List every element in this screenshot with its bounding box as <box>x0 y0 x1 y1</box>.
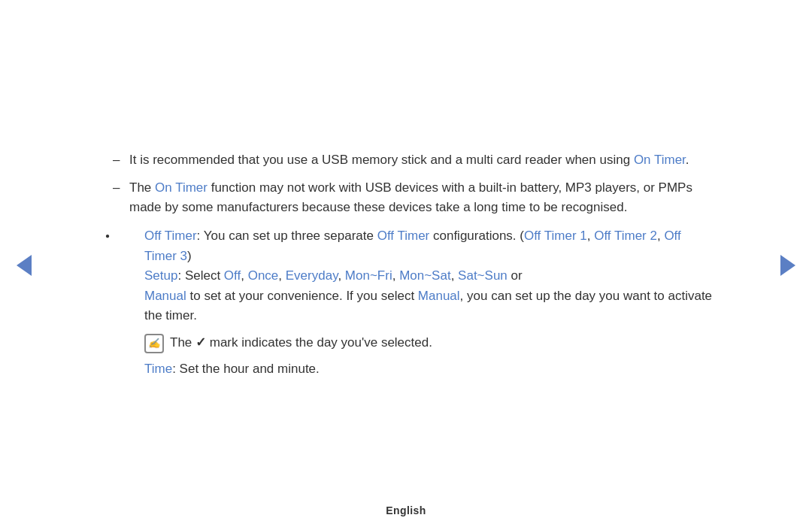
sep4: , <box>392 268 399 283</box>
dash-item-1-text: It is recommended that you use a USB mem… <box>129 153 689 167</box>
off-timer-2-link: Off Timer 2 <box>594 229 657 243</box>
comma2: , <box>657 229 664 243</box>
close-paren: ) <box>187 249 192 263</box>
once-option: Once <box>248 268 279 283</box>
next-page-button[interactable] <box>777 255 798 276</box>
note-text: The ✓ mark indicates the day you've sele… <box>170 333 714 353</box>
bullet-content: Off Timer: You can set up three separate… <box>144 226 714 379</box>
manual-link-2: Manual <box>418 289 460 303</box>
sep3: , <box>338 268 344 283</box>
satsun-option: Sat~Sun <box>458 268 508 283</box>
note-icon: ✍ <box>144 334 164 353</box>
prev-page-button[interactable] <box>14 255 35 276</box>
page-container: It is recommended that you use a USB mem… <box>0 0 812 530</box>
everyday-option: Everyday <box>286 268 338 283</box>
on-timer-link-1: On Timer <box>634 153 686 167</box>
or-text: or <box>508 268 523 283</box>
footer-language-label: English <box>386 504 426 516</box>
off-timer-line1: Off Timer: You can set up three separate… <box>144 226 714 266</box>
bullet-list: Off Timer: You can set up three separate… <box>98 226 714 379</box>
manual-text1: to set at your convenience. If you selec… <box>186 289 418 303</box>
manual-line: Manual to set at your convenience. If yo… <box>144 286 714 326</box>
dash-list: It is recommended that you use a USB mem… <box>98 150 714 217</box>
list-item: It is recommended that you use a USB mem… <box>113 150 714 170</box>
sep1: , <box>241 268 247 283</box>
sep5: , <box>451 268 458 283</box>
checkmark-symbol: ✓ <box>195 335 206 350</box>
content-area: It is recommended that you use a USB mem… <box>98 128 714 401</box>
time-text: : Set the hour and minute. <box>172 362 320 376</box>
setup-label: Setup <box>144 268 177 283</box>
off-timer-text2: configurations. ( <box>429 229 524 243</box>
time-label: Time <box>144 362 172 376</box>
list-item: Off Timer: You can set up three separate… <box>105 226 714 379</box>
setup-text1: : Select <box>177 268 223 283</box>
on-timer-link-2: On Timer <box>155 180 208 195</box>
note-block: ✍ The ✓ mark indicates the day you've se… <box>144 333 714 353</box>
comma1: , <box>587 229 594 243</box>
monfri-option: Mon~Fri <box>345 268 392 283</box>
left-arrow-icon <box>17 255 32 276</box>
time-line: Time: Set the hour and minute. <box>144 359 714 379</box>
manual-link-1: Manual <box>144 289 186 303</box>
off-timer-label: Off Timer <box>144 229 197 243</box>
monsat-option: Mon~Sat <box>399 268 451 283</box>
setup-line: Setup: Select Off, Once, Everyday, Mon~F… <box>144 266 714 286</box>
right-arrow-icon <box>780 255 795 276</box>
off-timer-link: Off Timer <box>377 229 430 243</box>
off-timer-1-link: Off Timer 1 <box>524 229 587 243</box>
list-item: The On Timer function may not work with … <box>113 178 714 218</box>
dash-item-2-text: The On Timer function may not work with … <box>129 180 692 214</box>
off-timer-text1: : You can set up three separate <box>197 229 377 243</box>
off-option: Off <box>224 268 241 283</box>
sep2: , <box>278 268 285 283</box>
